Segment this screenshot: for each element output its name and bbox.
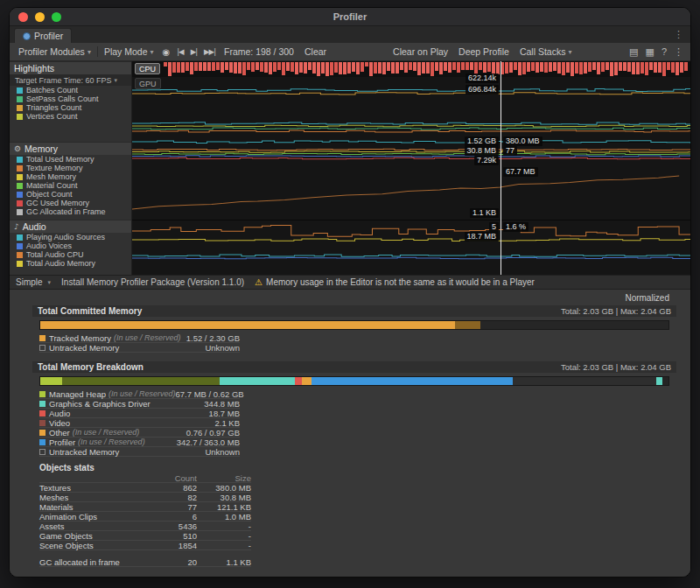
minimize-button[interactable] — [35, 12, 45, 22]
deep-profile-toggle[interactable]: Deep Profile — [453, 43, 514, 60]
object-size: - — [197, 541, 251, 550]
memory-bar-segment — [480, 321, 668, 329]
install-package-button[interactable]: Install Memory Profiler Package (Version… — [61, 277, 244, 287]
objects-stats-row: Animation Clips61.0 MB — [39, 512, 251, 522]
memory-breakdown-bar[interactable] — [39, 376, 669, 386]
prev-frame-button[interactable]: ▶| — [187, 43, 200, 60]
first-frame-button[interactable]: |◀ — [173, 43, 186, 60]
counter-item[interactable]: Vertices Count — [10, 112, 131, 121]
audio-icon: ♪ — [14, 222, 19, 231]
committed-memory-bar[interactable] — [39, 320, 669, 330]
normalized-toggle[interactable]: Normalized — [39, 292, 669, 304]
object-name: Materials — [39, 502, 151, 512]
target-frame-time-dropdown[interactable]: Target Frame Time: 60 FPS▾ — [10, 74, 131, 86]
toolbar-separator — [97, 46, 98, 57]
legend-note: (In use / Reserved) — [108, 389, 176, 398]
counter-label: SetPass Calls Count — [26, 94, 99, 103]
object-name: Scene Objects — [39, 541, 151, 550]
counter-item[interactable]: Texture Memory — [10, 164, 131, 172]
legend-value: 342.7 / 363.0 MB — [177, 438, 240, 447]
legend-swatch — [39, 391, 46, 397]
counter-swatch — [17, 165, 23, 172]
titlebar[interactable]: Profiler — [10, 8, 690, 26]
chevron-down-icon: ▾ — [568, 48, 571, 56]
grid-button[interactable]: ▦ — [641, 46, 657, 58]
legend-row: Managed Heap(In use / Reserved)67.7 MB /… — [39, 389, 240, 399]
tab-profiler[interactable]: Profiler — [14, 28, 72, 43]
module-section-audio: ♪AudioPlaying Audio SourcesAudio VoicesT… — [10, 220, 131, 268]
clear-button[interactable]: Clear — [299, 43, 332, 60]
grid-icon: ▦ — [645, 46, 654, 58]
chevron-down-icon: ▾ — [88, 48, 91, 56]
profiler-tab-icon — [23, 32, 31, 40]
counter-label: Audio Voices — [26, 242, 72, 250]
gpu-label[interactable]: GPU — [135, 78, 161, 89]
selected-frame-playhead[interactable] — [500, 61, 501, 275]
close-button[interactable] — [18, 12, 28, 22]
module-header-highlights[interactable]: Highlights — [10, 61, 131, 74]
legend-value: 1.52 / 2.30 GB — [186, 333, 240, 343]
objects-stats-row: Assets5436- — [39, 522, 251, 531]
objects-stats-header-row: Count Size — [39, 473, 251, 483]
counter-swatch — [17, 157, 23, 163]
counter-item[interactable]: SetPass Calls Count — [10, 94, 131, 103]
counter-item[interactable]: Mesh Memory — [10, 172, 131, 181]
legend-row: Untracked MemoryUnknown — [39, 343, 240, 353]
call-stacks-dropdown[interactable]: Call Stacks ▾ — [514, 43, 578, 60]
chevron-down-icon: ▾ — [48, 279, 52, 286]
module-header-memory[interactable]: ⚙Memory — [10, 142, 131, 155]
counter-label: Vertices Count — [26, 112, 78, 121]
chart-value-label: 77 — [503, 146, 517, 156]
counter-item[interactable]: Object Count — [10, 190, 131, 199]
counter-item[interactable]: Total Used Memory — [10, 155, 131, 164]
legend-note: (In use / Reserved) — [78, 438, 145, 446]
legend-value: 0.76 / 0.97 GB — [186, 428, 240, 438]
current-frame-button[interactable]: ▶▶| — [200, 43, 219, 60]
legend-label: Video — [49, 418, 70, 428]
tab-menu-icon[interactable]: ⋮ — [674, 29, 683, 40]
counter-item[interactable]: Triangles Count — [10, 103, 131, 112]
chart-area[interactable]: CPU GPU 622.14k696.84k1.52 GB380.0 MB30.… — [132, 61, 690, 275]
counter-item[interactable]: Batches Count — [10, 86, 131, 94]
memory-bar-segment — [656, 377, 662, 385]
module-section-highlights: HighlightsTarget Frame Time: 60 FPS▾Batc… — [10, 61, 131, 121]
profiler-modules-dropdown[interactable]: Profiler Modules ▾ — [13, 43, 96, 60]
traffic-lights — [18, 12, 61, 22]
counter-label: Total Audio CPU — [26, 250, 84, 259]
memory-bar-segment — [513, 377, 656, 385]
counter-item[interactable]: GC Used Memory — [10, 199, 131, 207]
counter-item[interactable]: Audio Voices — [10, 242, 131, 250]
counter-label: Playing Audio Sources — [26, 233, 105, 242]
chart-value-label: 7.29k — [474, 156, 499, 165]
memory-breakdown-legend: Managed Heap(In use / Reserved)67.7 MB /… — [39, 389, 240, 457]
gc-allocated-row: GC allocated in frame 20 1.1 KB — [39, 557, 251, 567]
committed-memory-totals: Total: 2.03 GB | Max: 2.04 GB — [561, 306, 671, 316]
counter-swatch — [17, 105, 23, 111]
legend-note: (In use / Reserved) — [114, 333, 181, 342]
module-title: Memory — [24, 144, 58, 154]
counter-item[interactable]: Total Audio CPU — [10, 250, 131, 259]
fullscreen-button[interactable] — [52, 12, 61, 22]
counter-item[interactable]: Playing Audio Sources — [10, 233, 131, 242]
object-size: 380.0 MB — [197, 483, 251, 493]
record-button[interactable]: ◉ — [159, 43, 174, 60]
cpu-label[interactable]: CPU — [135, 63, 160, 74]
counter-item[interactable]: Total Audio Memory — [10, 259, 131, 268]
view-mode-dropdown[interactable]: Simple ▾ — [16, 276, 51, 289]
object-name: Game Objects — [39, 531, 151, 541]
legend-label: Tracked Memory — [49, 333, 111, 343]
warning-icon: ⚠ — [255, 277, 262, 287]
counter-item[interactable]: Material Count — [10, 181, 131, 190]
legend-row: Video2.1 KB — [39, 418, 240, 428]
window-menu-button[interactable]: ⋮ — [670, 46, 687, 58]
module-header-audio[interactable]: ♪Audio — [10, 220, 131, 233]
memory-bar-segment — [312, 377, 513, 385]
clear-on-play-toggle[interactable]: Clear on Play — [388, 43, 453, 60]
counter-label: Batches Count — [26, 86, 78, 94]
warning-text: Memory usage in the Editor is not the sa… — [266, 277, 535, 287]
layout-button[interactable]: ▤ — [626, 46, 641, 58]
gc-row-name: GC allocated in frame — [39, 557, 151, 567]
counter-item[interactable]: GC Allocated in Frame — [10, 207, 131, 216]
play-mode-dropdown[interactable]: Play Mode ▾ — [99, 43, 159, 60]
help-button[interactable]: ? — [658, 46, 670, 57]
